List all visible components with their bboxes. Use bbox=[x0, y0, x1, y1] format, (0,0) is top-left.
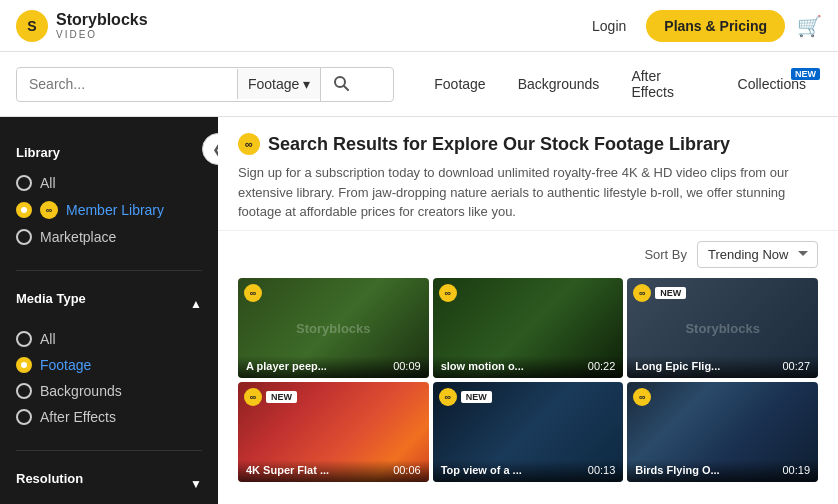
logo-sub: VIDEO bbox=[56, 29, 148, 40]
pricing-button[interactable]: Plans & Pricing bbox=[646, 10, 785, 42]
search-input-wrapper: Footage ▾ bbox=[16, 67, 394, 102]
sidebar-item-after-effects[interactable]: After Effects bbox=[16, 404, 202, 430]
video-overlay: 4K Super Flat ... 00:06 bbox=[238, 460, 429, 482]
video-title: Birds Flying O... bbox=[635, 464, 719, 476]
infinity-badge: ∞ bbox=[244, 388, 262, 406]
new-badge: NEW bbox=[791, 68, 820, 80]
video-card[interactable]: ∞ Birds Flying O... 00:19 bbox=[627, 382, 818, 482]
sidebar-item-marketplace[interactable]: Marketplace bbox=[16, 224, 202, 250]
video-overlay: slow motion o... 00:22 bbox=[433, 356, 624, 378]
radio-inner bbox=[21, 362, 27, 368]
video-overlay: A player peep... 00:09 bbox=[238, 356, 429, 378]
search-input[interactable] bbox=[17, 69, 237, 99]
new-badge: NEW bbox=[266, 391, 297, 403]
svg-line-1 bbox=[344, 86, 348, 90]
video-card[interactable]: ∞ NEW 4K Super Flat ... 00:06 bbox=[238, 382, 429, 482]
logo-name: Storyblocks bbox=[56, 11, 148, 29]
chevron-down-icon: ▾ bbox=[303, 76, 310, 92]
header: S Storyblocks VIDEO Login Plans & Pricin… bbox=[0, 0, 838, 52]
infinity-icon: ∞ bbox=[238, 133, 260, 155]
radio-marketplace bbox=[16, 229, 32, 245]
sort-select[interactable]: Trending Now Newest Popular bbox=[697, 241, 818, 268]
search-bar: Footage ▾ FootageBackgroundsAfter Effect… bbox=[0, 52, 838, 117]
sidebar-item-footage[interactable]: Footage bbox=[16, 352, 202, 378]
video-card[interactable]: ∞ NEW Storyblocks Long Epic Flig... 00:2… bbox=[627, 278, 818, 378]
new-badge: NEW bbox=[655, 287, 686, 299]
search-icon bbox=[333, 75, 349, 91]
content-area: ∞ Search Results for Explore Our Stock F… bbox=[218, 117, 838, 504]
sidebar-item-backgrounds[interactable]: Backgrounds bbox=[16, 378, 202, 404]
video-title: slow motion o... bbox=[441, 360, 524, 372]
search-dropdown[interactable]: Footage ▾ bbox=[237, 69, 320, 99]
chevron-up-icon: ▲ bbox=[190, 297, 202, 311]
sidebar-item-member-library[interactable]: ∞ Member Library bbox=[16, 196, 202, 224]
sidebar-item-label: After Effects bbox=[40, 409, 116, 425]
video-title: A player peep... bbox=[246, 360, 327, 372]
content-title: ∞ Search Results for Explore Our Stock F… bbox=[238, 133, 818, 155]
sidebar: ❮ Library All ∞ Member Library Marketpla… bbox=[0, 117, 218, 504]
video-overlay: Birds Flying O... 00:19 bbox=[627, 460, 818, 482]
video-badges: ∞ NEW bbox=[633, 284, 686, 302]
media-type-section: Media Type ▲ All Footage Backgrounds Aft… bbox=[0, 279, 218, 442]
infinity-badge: ∞ bbox=[439, 388, 457, 406]
content-header: ∞ Search Results for Explore Our Stock F… bbox=[218, 117, 838, 231]
infinity-badge: ∞ bbox=[244, 284, 262, 302]
sort-bar: Sort By Trending Now Newest Popular bbox=[218, 231, 838, 278]
video-duration: 00:09 bbox=[393, 360, 421, 372]
radio-all-media bbox=[16, 331, 32, 347]
media-type-title: Media Type bbox=[16, 291, 86, 306]
logo-icon: S bbox=[16, 10, 48, 42]
radio-footage bbox=[16, 357, 32, 373]
sidebar-item-all-media[interactable]: All bbox=[16, 326, 202, 352]
library-section: Library All ∞ Member Library Marketplace bbox=[0, 133, 218, 262]
radio-member-library bbox=[16, 202, 32, 218]
video-card[interactable]: ∞ NEW Top view of a ... 00:13 bbox=[433, 382, 624, 482]
search-dropdown-label: Footage bbox=[248, 76, 299, 92]
cart-icon[interactable]: 🛒 bbox=[797, 14, 822, 38]
sidebar-item-all-library[interactable]: All bbox=[16, 170, 202, 196]
video-overlay: Long Epic Flig... 00:27 bbox=[627, 356, 818, 378]
nav-tab-after-effects[interactable]: After Effects bbox=[615, 60, 721, 108]
video-duration: 00:13 bbox=[588, 464, 616, 476]
sidebar-item-label: Member Library bbox=[66, 202, 164, 218]
sidebar-item-label: Footage bbox=[40, 357, 91, 373]
library-title: Library bbox=[16, 145, 202, 160]
video-title: Top view of a ... bbox=[441, 464, 522, 476]
radio-after-effects bbox=[16, 409, 32, 425]
nav-tab-footage[interactable]: Footage bbox=[418, 68, 501, 100]
video-duration: 00:19 bbox=[782, 464, 810, 476]
nav-tab-backgrounds[interactable]: Backgrounds bbox=[502, 68, 616, 100]
resolution-section: Resolution ▼ bbox=[0, 459, 218, 504]
video-badges: ∞ NEW bbox=[439, 388, 492, 406]
video-title: Long Epic Flig... bbox=[635, 360, 720, 372]
logo-text: Storyblocks VIDEO bbox=[56, 11, 148, 40]
sidebar-item-label: Backgrounds bbox=[40, 383, 122, 399]
sidebar-divider-2 bbox=[16, 450, 202, 451]
search-button[interactable] bbox=[320, 68, 361, 101]
radio-backgrounds bbox=[16, 383, 32, 399]
nav-tab-collections[interactable]: CollectionsNEW bbox=[722, 68, 822, 100]
content-description: Sign up for a subscription today to down… bbox=[238, 163, 818, 222]
video-duration: 00:22 bbox=[588, 360, 616, 372]
watermark: Storyblocks bbox=[685, 320, 759, 335]
video-badges: ∞ bbox=[633, 388, 651, 406]
sidebar-item-label: All bbox=[40, 331, 56, 347]
watermark: Storyblocks bbox=[296, 320, 370, 335]
chevron-down-icon: ▼ bbox=[190, 477, 202, 491]
infinity-badge: ∞ bbox=[439, 284, 457, 302]
sidebar-item-label: Marketplace bbox=[40, 229, 116, 245]
resolution-title: Resolution bbox=[16, 471, 83, 486]
infinity-badge: ∞ bbox=[633, 284, 651, 302]
video-overlay: Top view of a ... 00:13 bbox=[433, 460, 624, 482]
sort-label: Sort By bbox=[644, 247, 687, 262]
sidebar-divider-1 bbox=[16, 270, 202, 271]
main-layout: ❮ Library All ∞ Member Library Marketpla… bbox=[0, 117, 838, 504]
video-card[interactable]: ∞ slow motion o... 00:22 bbox=[433, 278, 624, 378]
video-badges: ∞ NEW bbox=[244, 388, 297, 406]
video-card[interactable]: ∞ Storyblocks A player peep... 00:09 bbox=[238, 278, 429, 378]
video-badges: ∞ bbox=[439, 284, 457, 302]
logo[interactable]: S Storyblocks VIDEO bbox=[16, 10, 148, 42]
video-badges: ∞ bbox=[244, 284, 262, 302]
video-title: 4K Super Flat ... bbox=[246, 464, 329, 476]
login-button[interactable]: Login bbox=[580, 12, 638, 40]
